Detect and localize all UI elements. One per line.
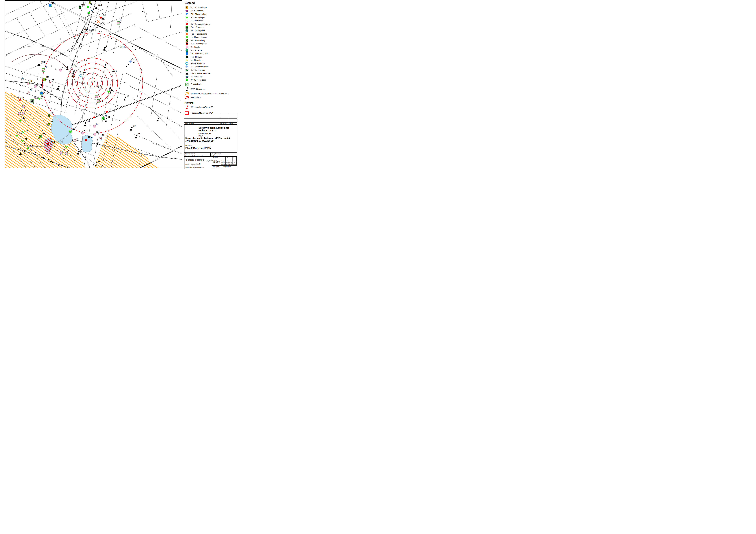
marker-flag-14 <box>105 118 107 122</box>
marker-label: Tf <box>25 74 27 77</box>
marker-label: Swk <box>23 150 27 152</box>
project-line2: „Wiederaufbau WEA Nr. 08" <box>185 140 214 142</box>
legend-item-label: Ht - Haubentaucher <box>190 36 207 38</box>
bp-icon <box>184 16 190 19</box>
marker-mb-Mb <box>49 4 52 7</box>
legend-item-label: Rs - Rauchschwalbe <box>190 66 208 68</box>
marker-mb-Mb <box>40 92 43 94</box>
legend-item-label: Gr - Gartenrotschwanz <box>190 23 210 25</box>
legend-item-label: Gra - Graugans <box>190 26 204 28</box>
logo-ermel: ERMEL <box>195 159 205 162</box>
nig-icon <box>184 55 190 59</box>
marker-label: Swk <box>41 61 45 63</box>
bf-icon <box>184 9 190 13</box>
marker-hae-Hä <box>47 123 50 125</box>
marker-label: Swk <box>35 97 39 99</box>
marker-label: Hä <box>51 112 53 114</box>
marker-label: Bp <box>30 144 33 147</box>
marker-ki-Ki <box>65 152 68 155</box>
legend-item-tf: Tf - Turmfalke <box>184 75 238 78</box>
hae-icon <box>184 39 190 42</box>
marker-ki-Ki <box>97 99 100 102</box>
marker-flag-21 <box>135 135 138 138</box>
sig-row: bearb.31.03.2016BA <box>221 161 237 163</box>
client-box: Bürgerwindpark Königsmoor GmbH & Co. KG … <box>184 125 237 136</box>
legend-item-label: Hä - Bluthänfling <box>190 39 205 41</box>
marker-label: Bp <box>68 143 71 145</box>
legend-item-label: Bp - Baumpieper <box>190 16 205 18</box>
mb-icon <box>184 52 190 56</box>
legend-item-label: Au - Austernfischer <box>190 7 207 9</box>
born-ermel-logo: BORN ERMEL Ingenieure <box>185 158 211 162</box>
marker-flag-15 <box>124 96 126 100</box>
marker-label: Hsp <box>101 18 104 20</box>
wea-red-icon <box>184 105 190 109</box>
marker-label: Ki <box>37 83 39 85</box>
revision-header: Datum <box>229 123 237 125</box>
marker-label: 21 <box>138 133 140 135</box>
firm-name: Dr. Born - Dr. Ermel GmbH <box>185 164 201 165</box>
legend-item-gue: Gü - Grünspecht <box>184 29 238 32</box>
marker-label: Kag <box>88 136 93 138</box>
freigabe-row: Freigabevermerk Dr. Born - Dr. Ermel Gmb… <box>184 153 237 157</box>
marker-fl-Fl <box>99 137 102 139</box>
client-zip: 26607 <box>199 135 203 137</box>
marker-ki-Ki <box>59 69 62 72</box>
marker-label: 6 <box>106 45 107 47</box>
titleblock: IndexÄnderunggez./bearb.Datum Bürgerwind… <box>184 114 237 169</box>
marker-label: Ki <box>25 102 27 105</box>
blk-icon <box>184 12 190 16</box>
marker-flag <box>57 86 60 89</box>
legend-item-nig: Nig - Nilgans <box>184 55 238 59</box>
marker-flag-20 <box>130 127 133 130</box>
marker-label: Ki <box>96 123 98 125</box>
legend-item-nt: Nt - Neuntöter <box>184 59 238 62</box>
tf-icon <box>184 75 190 78</box>
originalgroesse-label: Originalgröße: <box>223 165 231 169</box>
w-icon <box>184 78 190 82</box>
marker-hae-Hä <box>48 114 50 117</box>
marker-flag <box>67 66 69 70</box>
datei-note: Datei: siehe linken Planrand <box>212 165 223 169</box>
marker-label: Gr <box>22 96 24 99</box>
marker-fl-Fl <box>74 139 76 141</box>
se-icon <box>184 68 190 72</box>
gra-icon <box>184 25 190 29</box>
legend-item-w: W - Wiesenpieper <box>184 78 238 82</box>
marker-ki-Ki <box>60 151 63 154</box>
legend-item-nlwkn: NLWKN Brutvogelgebiet - 2010 - Status of… <box>184 92 238 96</box>
marker-label: Hä <box>46 76 49 78</box>
marker-hsp-Hsp <box>97 20 99 23</box>
revision-empty-row <box>184 120 237 121</box>
map-frame: MbNigWSwkWGrHspKiSwkSwkFlKiTfReiHäFlKiKi… <box>5 0 182 168</box>
marker-w-W <box>88 12 90 14</box>
legend-item-ffh: FFH-Gebiet <box>184 96 238 100</box>
revision-header: Index <box>184 123 189 125</box>
legend-item-label: Tf - Turmfalke <box>190 76 202 78</box>
marker-label: 17 <box>99 139 102 141</box>
firm-line2: 26605 Aurich • Tjüchkampstraße 12 <box>185 167 204 168</box>
marker-ki-Ki <box>22 112 25 115</box>
marker-flag-13 <box>84 122 87 126</box>
legend-item-label: Bf - Baumfalke <box>190 10 203 12</box>
revision-empty-row <box>184 116 237 117</box>
marker-w-W <box>102 117 105 120</box>
marker-flag-red-8 <box>92 81 94 85</box>
legend-item-label: Ku - Kuckuck <box>190 49 202 51</box>
legend-item-label: Hsp - Haussperling <box>190 33 207 35</box>
marker-label: Fl <box>30 89 32 91</box>
marker-label: Ki <box>63 148 65 150</box>
marker-label: W <box>91 10 93 12</box>
au-icon <box>184 6 190 10</box>
marker-w-W <box>87 6 89 8</box>
marker-label: 14 <box>108 116 110 118</box>
plan-title: Plan 2 Brutvögel 2015 <box>185 147 236 150</box>
sig-row: geprüft31.03.2016BCH <box>221 163 237 165</box>
marker-label: Gr <box>96 114 98 116</box>
marker-label: W <box>105 114 107 117</box>
marker-label: Ki <box>21 109 23 112</box>
marker-label: Kag <box>51 140 55 143</box>
marker-label: Swk <box>84 28 88 31</box>
project-line1: Umweltbericht 3. Änderung VE-Plan Nr. 06 <box>185 137 230 140</box>
revision-empty-row <box>184 121 237 123</box>
